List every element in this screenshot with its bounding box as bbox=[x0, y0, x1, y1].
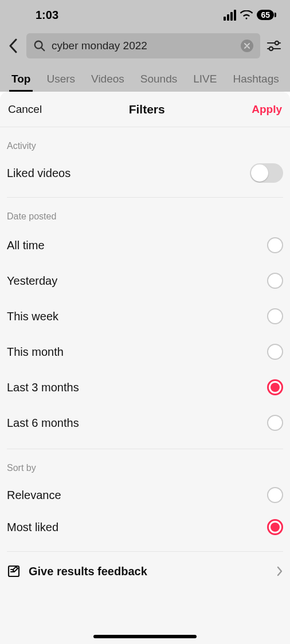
toggle-knob bbox=[251, 164, 268, 182]
radio-button[interactable] bbox=[267, 415, 283, 431]
search-query-text: cyber monday 2022 bbox=[52, 40, 235, 52]
sort-option-most-liked[interactable]: Most liked bbox=[7, 511, 283, 543]
option-label: Last 6 months bbox=[7, 417, 79, 430]
back-button[interactable] bbox=[5, 38, 22, 53]
tab-hashtags[interactable]: Hashtags bbox=[233, 66, 279, 92]
activity-section-label: Activity bbox=[7, 127, 283, 157]
radio-button[interactable] bbox=[267, 519, 283, 535]
cellular-icon bbox=[224, 10, 236, 21]
status-bar: 1:03 65 bbox=[0, 0, 290, 30]
svg-point-3 bbox=[275, 41, 279, 45]
date-option-yesterday[interactable]: Yesterday bbox=[7, 263, 283, 299]
liked-videos-label: Liked videos bbox=[7, 167, 70, 180]
search-row: cyber monday 2022 bbox=[0, 30, 290, 64]
sort-option-relevance[interactable]: Relevance bbox=[7, 479, 283, 511]
date-option-this-month[interactable]: This month bbox=[7, 334, 283, 370]
liked-videos-row[interactable]: Liked videos bbox=[7, 157, 283, 189]
radio-button[interactable] bbox=[267, 344, 283, 360]
sort-by-section: Sort by Relevance Most liked bbox=[0, 449, 290, 543]
liked-videos-toggle[interactable] bbox=[250, 163, 283, 183]
apply-button[interactable]: Apply bbox=[252, 103, 282, 116]
sliders-icon bbox=[267, 40, 281, 52]
svg-point-5 bbox=[269, 47, 273, 50]
tab-live[interactable]: LIVE bbox=[193, 66, 217, 92]
search-tabs: Top Users Videos Sounds LIVE Hashtags bbox=[0, 64, 290, 92]
option-label: Most liked bbox=[7, 521, 58, 534]
tab-sounds[interactable]: Sounds bbox=[140, 66, 177, 92]
date-option-this-week[interactable]: This week bbox=[7, 299, 283, 334]
sheet-title: Filters bbox=[129, 103, 165, 116]
option-label: Yesterday bbox=[7, 274, 57, 288]
radio-button[interactable] bbox=[267, 308, 283, 324]
option-label: This month bbox=[7, 345, 64, 359]
filter-settings-button[interactable] bbox=[265, 40, 283, 52]
background-header: 1:03 65 bbox=[0, 0, 290, 92]
option-label: Last 3 months bbox=[7, 381, 79, 394]
svg-line-1 bbox=[41, 48, 44, 50]
sort-by-section-label: Sort by bbox=[7, 449, 283, 479]
radio-button[interactable] bbox=[267, 379, 283, 395]
radio-button[interactable] bbox=[267, 487, 283, 503]
status-time: 1:03 bbox=[36, 9, 58, 22]
chevron-right-icon bbox=[276, 566, 283, 577]
filters-sheet: Cancel Filters Apply Activity Liked vide… bbox=[0, 92, 290, 644]
feedback-icon bbox=[7, 564, 21, 578]
radio-button[interactable] bbox=[267, 273, 283, 289]
radio-button[interactable] bbox=[267, 237, 283, 253]
date-option-last-3-months[interactable]: Last 3 months bbox=[7, 370, 283, 405]
search-icon bbox=[33, 40, 46, 52]
activity-section: Activity Liked videos bbox=[0, 127, 290, 189]
chevron-left-icon bbox=[9, 38, 18, 53]
status-indicators: 65 bbox=[224, 10, 274, 21]
search-input[interactable]: cyber monday 2022 bbox=[26, 33, 260, 58]
date-posted-section-label: Date posted bbox=[7, 198, 283, 227]
option-label: All time bbox=[7, 239, 45, 252]
clear-search-button[interactable] bbox=[241, 40, 253, 52]
close-icon bbox=[244, 43, 250, 49]
feedback-label: Give results feedback bbox=[29, 565, 147, 578]
cancel-button[interactable]: Cancel bbox=[8, 103, 42, 116]
give-results-feedback-row[interactable]: Give results feedback bbox=[0, 552, 290, 591]
battery-badge: 65 bbox=[257, 10, 274, 20]
date-option-all-time[interactable]: All time bbox=[7, 227, 283, 263]
tab-videos[interactable]: Videos bbox=[91, 66, 124, 92]
tab-users[interactable]: Users bbox=[46, 66, 75, 92]
tab-top[interactable]: Top bbox=[11, 66, 30, 92]
option-label: Relevance bbox=[7, 489, 61, 502]
wifi-icon bbox=[240, 10, 253, 19]
option-label: This week bbox=[7, 310, 58, 323]
date-posted-section: Date posted All time Yesterday This week… bbox=[0, 198, 290, 441]
date-option-last-6-months[interactable]: Last 6 months bbox=[7, 405, 283, 441]
home-indicator bbox=[93, 635, 197, 638]
sheet-header: Cancel Filters Apply bbox=[0, 92, 290, 127]
